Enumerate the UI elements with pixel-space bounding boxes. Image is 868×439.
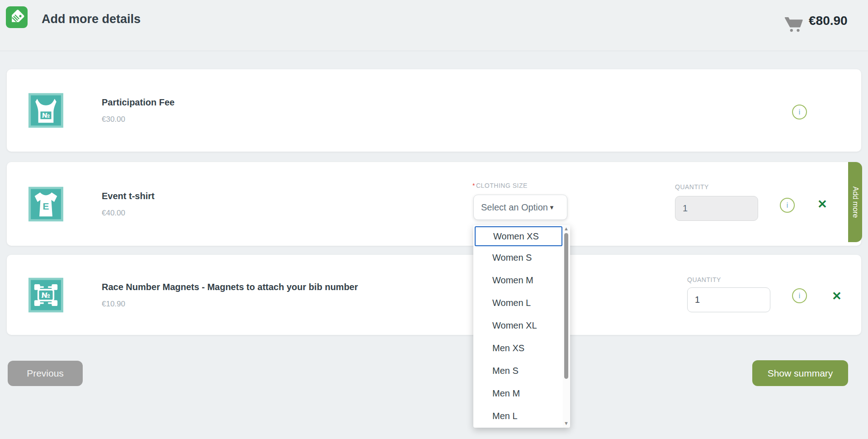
- scroll-down-icon[interactable]: ▼: [563, 420, 570, 426]
- dropdown-scrollbar[interactable]: ▲ ▼: [563, 225, 570, 428]
- quantity-label: QUANTITY: [687, 276, 721, 283]
- dropdown-option[interactable]: Women XS: [475, 226, 562, 246]
- dropdown-option[interactable]: Women M: [473, 269, 562, 291]
- item-card-participation-fee: № Participation Fee €30.00 i: [7, 69, 861, 152]
- remove-item-icon[interactable]: ✕: [832, 289, 842, 304]
- dropdown-option[interactable]: Men XS: [473, 337, 562, 359]
- product-price: €40.00: [102, 208, 155, 217]
- scrollbar-thumb[interactable]: [564, 233, 568, 379]
- show-summary-button[interactable]: Show summary: [752, 360, 848, 386]
- quantity-label: QUANTITY: [675, 183, 709, 191]
- info-icon[interactable]: i: [780, 198, 795, 213]
- dropdown-option[interactable]: Men L: [473, 405, 562, 427]
- svg-text:№: №: [42, 291, 50, 300]
- product-info: Participation Fee €30.00: [102, 97, 175, 124]
- clothing-size-dropdown: Women XS Women S Women M Women L Women X…: [473, 225, 570, 428]
- product-info: Race Number Magnets - Magnets to attach …: [102, 282, 358, 308]
- item-card-race-number-magnets: № Race Number Magnets - Magnets to attac…: [7, 255, 861, 335]
- info-icon[interactable]: i: [792, 105, 807, 119]
- dropdown-option[interactable]: Men S: [473, 359, 562, 382]
- clothing-size-label: *CLOTHING SIZE: [472, 182, 528, 189]
- dropdown-option[interactable]: Women L: [473, 291, 562, 314]
- remove-item-icon[interactable]: ✕: [817, 197, 827, 212]
- tag-icon: [6, 6, 28, 28]
- previous-button[interactable]: Previous: [8, 361, 83, 386]
- magnets-icon: №: [28, 277, 63, 312]
- item-card-event-tshirt: E Event t-shirt €40.00 *CLOTHING SIZE Se…: [7, 162, 861, 246]
- required-marker: *: [472, 182, 475, 189]
- svg-text:№: №: [42, 112, 50, 119]
- dropdown-options: Women XS Women S Women M Women L Women X…: [473, 226, 562, 427]
- cart-total: €80.90: [809, 14, 848, 28]
- product-title: Race Number Magnets - Magnets to attach …: [102, 282, 358, 292]
- dropdown-option[interactable]: Men M: [473, 382, 562, 405]
- bib-number-icon: №: [28, 93, 63, 128]
- quantity-input[interactable]: [675, 196, 758, 221]
- page-header: Add more details €80.90: [0, 0, 868, 51]
- info-icon[interactable]: i: [792, 288, 807, 303]
- product-info: Event t-shirt €40.00: [102, 191, 155, 217]
- product-price: €30.00: [102, 115, 175, 124]
- product-title: Participation Fee: [102, 97, 175, 108]
- chevron-down-icon: ▼: [549, 204, 555, 211]
- scroll-up-icon[interactable]: ▲: [563, 226, 570, 231]
- quantity-input[interactable]: [687, 287, 770, 312]
- size-select-value: Select an Option: [481, 202, 548, 213]
- add-more-tab[interactable]: Add more: [848, 162, 862, 242]
- dropdown-option[interactable]: Women XL: [473, 314, 562, 337]
- product-title: Event t-shirt: [102, 191, 155, 201]
- tshirt-icon: E: [28, 186, 63, 221]
- clothing-size-select[interactable]: Select an Option ▼: [473, 195, 567, 220]
- svg-text:E: E: [43, 201, 49, 211]
- cart-icon[interactable]: [784, 16, 803, 36]
- dropdown-option[interactable]: Women S: [473, 246, 562, 269]
- product-price: €10.90: [102, 299, 358, 308]
- page-title: Add more details: [42, 12, 141, 26]
